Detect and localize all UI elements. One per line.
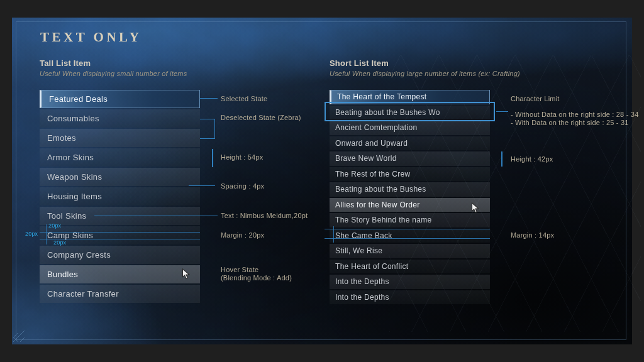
list-item-label: Into the Depths — [335, 277, 389, 286]
list-item[interactable]: Beating about the Bushes — [330, 182, 490, 197]
list-item-label: Tool Skins — [47, 211, 86, 221]
annotation-margin-20: Margin : 20px — [221, 231, 264, 239]
list-item[interactable]: Consumables — [40, 109, 200, 128]
measure-label-20px-bottom: 20px — [53, 239, 66, 246]
annotation-height-54: Height : 54px — [221, 153, 263, 161]
tall-list-heading: Tall List Item — [40, 58, 91, 68]
list-item[interactable]: Company Crests — [40, 246, 200, 264]
list-item[interactable]: Weapon Skins — [40, 168, 200, 186]
list-item[interactable]: Into the Depths — [330, 290, 490, 305]
annotation-hover-state: Hover State (Blending Mode : Add) — [221, 266, 292, 282]
list-item[interactable]: Character Transfer — [40, 285, 200, 303]
list-item-label: Still, We Rise — [335, 246, 382, 255]
measure-label-20px-left: 20px — [25, 231, 38, 237]
annotation-selected-state: Selected State — [221, 95, 267, 102]
annotation-hover-state-line2: (Blending Mode : Add) — [221, 274, 292, 282]
list-item-label: Emotes — [47, 133, 76, 143]
list-item[interactable]: Into the Depths — [330, 275, 490, 289]
list-item-label: Consumables — [47, 114, 99, 123]
list-item-selected[interactable]: Featured Deals — [40, 90, 200, 108]
list-item-selected[interactable]: The Heart of the Tempest — [330, 90, 490, 104]
list-item[interactable]: The Rest of the Crew — [330, 167, 490, 182]
list-item[interactable]: Armor Skins — [40, 148, 200, 167]
list-item-label: Weapon Skins — [47, 172, 102, 182]
list-item-label: The Story Behind the name — [335, 216, 432, 224]
annotation-margin-14: Margin : 14px — [511, 231, 554, 239]
list-item-label: Beating about the Bushes Wo — [335, 108, 440, 117]
annotation-text-font: Text : Nimbus Meidum,20pt — [221, 212, 308, 219]
list-item-label: Featured Deals — [49, 94, 108, 104]
list-item-label: The Rest of the Crew — [335, 170, 410, 178]
list-item-hover[interactable]: Allies for the New Order — [330, 198, 490, 212]
list-item[interactable]: Onward and Upward — [330, 136, 490, 151]
list-item-label: Armor Skins — [47, 153, 94, 162]
list-item-label: Beating about the Bushes — [335, 185, 426, 194]
annotation-spacing-4: Spacing : 4px — [221, 182, 264, 190]
short-list: The Heart of the TempestBeating about th… — [330, 90, 490, 304]
annotation-character-limit: Character Limit — [511, 95, 560, 102]
list-item-label: Bundles — [47, 270, 78, 279]
list-item-label: Brave New World — [335, 154, 397, 163]
annotation-deselected-state: Deselected State (Zebra) — [221, 114, 301, 121]
list-item[interactable]: Tool Skins — [40, 207, 200, 225]
list-item-label: She Came Back — [335, 231, 392, 240]
annotation-with-data: - With Data on the right side : 25 - 31 — [511, 119, 629, 126]
list-item[interactable]: Housing Items — [40, 187, 200, 206]
list-item-label: Ancient Comtemplation — [335, 123, 417, 132]
list-item[interactable]: Brave New World — [330, 151, 490, 166]
measure-label-20px-top: 20px — [48, 222, 61, 229]
page-title: TEXT ONLY — [40, 30, 142, 45]
design-spec-screen: TEXT ONLY Tall List Item Useful When dis… — [0, 0, 644, 362]
short-list-heading: Short List Item — [330, 58, 389, 68]
list-item-label: Company Crests — [47, 250, 111, 260]
list-item-label: Camp Skins — [47, 231, 93, 240]
annotation-hover-state-line1: Hover State — [221, 266, 292, 274]
tall-list: Featured DealsConsumablesEmotesArmor Ski… — [40, 90, 200, 303]
corner-ornament-icon — [12, 329, 26, 343]
list-item-label: The Heart of Conflict — [335, 262, 408, 271]
list-item-hover[interactable]: Bundles — [40, 265, 200, 283]
list-item[interactable]: Still, We Rise — [330, 244, 490, 258]
list-item[interactable]: Emotes — [40, 129, 200, 147]
short-list-subtitle: Useful When displaying large number of i… — [330, 70, 520, 77]
list-item-label: Onward and Upward — [335, 139, 408, 148]
list-item[interactable]: The Heart of Conflict — [330, 260, 490, 274]
list-item[interactable]: Ancient Comtemplation — [330, 121, 490, 135]
list-item-label: Allies for the New Order — [335, 200, 420, 209]
annotation-without-data: - Without Data on the right side : 28 - … — [511, 111, 638, 118]
list-item-label: Character Transfer — [47, 289, 119, 299]
list-item-label: The Heart of the Tempest — [337, 92, 426, 101]
list-item-label: Housing Items — [47, 192, 102, 201]
list-item[interactable]: The Story Behind the name — [330, 213, 490, 228]
list-item[interactable]: Beating about the Bushes Wo — [330, 106, 490, 120]
list-item-label: Into the Depths — [335, 293, 389, 302]
annotation-height-42: Height : 42px — [511, 155, 553, 163]
tall-list-subtitle: Useful When displaying small number of i… — [40, 70, 187, 77]
list-item[interactable]: She Came Back — [330, 229, 490, 243]
